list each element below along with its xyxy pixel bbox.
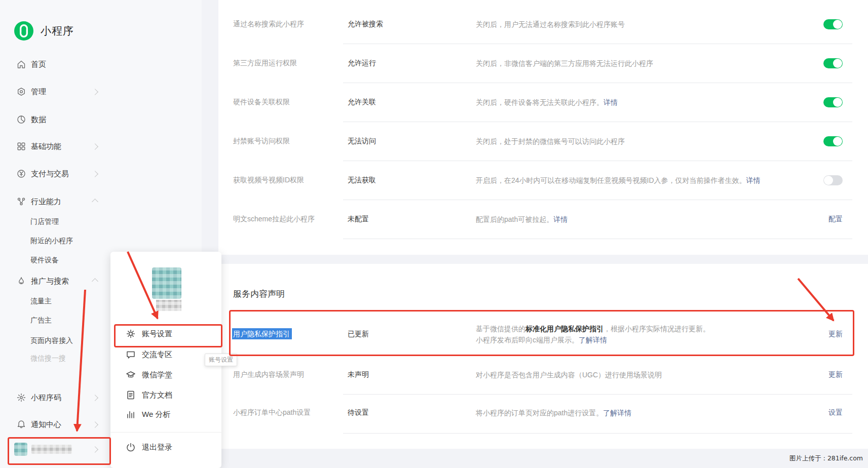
sidebar-item-data[interactable]: 数据	[0, 109, 202, 130]
row-divider	[343, 355, 852, 355]
flame-icon	[17, 277, 26, 286]
toggle-switch[interactable]	[823, 175, 843, 185]
menu-item-label: We 分析	[142, 410, 170, 419]
declaration-status: 未声明	[348, 370, 476, 379]
declaration-description: 基于微信提供的标准化用户隐私保护指引，根据小程序实际情况进行更新。 小程序发布后…	[476, 323, 868, 345]
sidebar-item-label: 推广与搜索	[31, 277, 69, 286]
configure-link[interactable]: 配置	[828, 215, 843, 224]
setting-row-video-id: 获取视频号视频ID权限 无法获取 开启后，在24小时内可以在移动端复制任意视频号…	[218, 161, 868, 200]
declaration-status: 已更新	[348, 330, 476, 339]
account-avatar	[14, 443, 27, 456]
menu-item-account-settings[interactable]: 账号设置	[110, 324, 221, 344]
learn-more-link[interactable]: 了解详情	[603, 409, 631, 417]
sidebar-item-label: 广告主	[30, 316, 52, 325]
nodes-icon	[17, 197, 26, 206]
setting-value: 未配置	[348, 215, 476, 224]
setting-description: 关闭后，硬件设备将无法关联此小程序。详情	[476, 97, 868, 108]
popup-name-blurred	[156, 300, 181, 311]
row-divider	[343, 239, 852, 239]
miniprogram-code-icon	[17, 393, 26, 402]
declaration-row-privacy: 用户隐私保护指引 已更新 基于微信提供的标准化用户隐私保护指引，根据小程序实际情…	[218, 317, 868, 352]
menu-item-logout[interactable]: 退出登录	[110, 437, 221, 457]
menu-item-wechat-school[interactable]: 微信学堂	[110, 365, 221, 385]
setting-value: 无法获取	[348, 176, 476, 185]
sidebar-item-store-manage[interactable]: 门店管理	[0, 212, 202, 232]
yen-circle-icon	[17, 169, 26, 178]
details-link[interactable]: 详情	[553, 215, 568, 223]
sidebar-item-label: 页面内容接入	[30, 336, 73, 345]
row-divider	[343, 394, 852, 395]
sidebar-item-label: 首页	[31, 60, 46, 69]
sidebar-item-label: 管理	[31, 87, 46, 97]
bold-text: 标准化用户隐私保护指引	[525, 325, 603, 333]
learn-more-link[interactable]: 了解详情	[579, 336, 607, 344]
declaration-status: 待设置	[348, 408, 476, 417]
setting-label: 硬件设备关联权限	[218, 98, 348, 107]
setting-label: 通过名称搜索此小程序	[218, 20, 348, 29]
sidebar-item-label: 支付与交易	[31, 169, 69, 179]
chevron-right-icon	[92, 395, 98, 401]
sidebar-item-industry[interactable]: 行业能力	[0, 191, 202, 212]
sidebar-item-nearby[interactable]: 附近的小程序	[0, 231, 202, 251]
menu-item-label: 微信学堂	[142, 370, 172, 380]
setting-label: 明文scheme拉起此小程序	[218, 215, 348, 224]
setting-value: 允许被搜索	[348, 20, 476, 29]
setting-value: 无法访问	[348, 137, 476, 146]
permissions-panel: 通过名称搜索此小程序 允许被搜索 关闭后，用户无法通过名称搜索到此小程序账号 第…	[218, 0, 868, 255]
home-icon	[17, 60, 26, 69]
setting-label: 第三方应用运行权限	[218, 59, 348, 68]
toggle-switch[interactable]	[823, 58, 843, 68]
sidebar-item-label: 流量主	[30, 297, 52, 306]
miniprogram-logo-icon	[14, 21, 33, 41]
update-link[interactable]: 更新	[828, 330, 843, 339]
details-link[interactable]: 详情	[603, 98, 618, 106]
update-link[interactable]: 更新	[828, 370, 843, 379]
sidebar-item-label: 微信搜一搜	[30, 354, 66, 363]
setting-description: 开启后，在24小时内可以在移动端复制任意视频号视频ID入参，仅对当前操作者生效。…	[476, 175, 868, 186]
pie-chart-icon	[17, 115, 26, 124]
setting-row-banned-access: 封禁账号访问权限 无法访问 关闭后，处于封禁的微信账号可以访问此小程序	[218, 122, 868, 161]
sidebar-item-payment[interactable]: 支付与交易	[0, 164, 202, 184]
menu-item-we-analysis[interactable]: We 分析	[110, 404, 221, 424]
declaration-label: 用户隐私保护指引	[218, 330, 348, 339]
menu-item-label: 官方文档	[142, 391, 172, 400]
chevron-right-icon	[92, 89, 98, 95]
sidebar-item-label: 数据	[31, 115, 46, 125]
sidebar-item-label: 通知中心	[31, 420, 61, 430]
menu-item-official-docs[interactable]: 官方文档	[110, 385, 221, 405]
sidebar-item-features[interactable]: 基础功能	[0, 136, 202, 157]
declaration-description: 对小程序是否包含用户生成内容（UGC）进行使用场景说明	[476, 369, 868, 380]
setting-row-thirdparty-run: 第三方应用运行权限 允许运行 关闭后，非微信客户端的第三方应用将无法运行此小程序	[218, 44, 868, 83]
declaration-description: 将小程序的订单页对应的path进行设置。了解详情	[476, 407, 868, 418]
toggle-switch[interactable]	[823, 136, 843, 146]
watermark-text: 图片上传于：281ife.com	[789, 454, 863, 463]
setting-description: 关闭后，用户无法通过名称搜索到此小程序账号	[476, 19, 868, 30]
manage-icon	[17, 87, 26, 96]
chevron-right-icon	[92, 171, 98, 177]
menu-item-label: 账号设置	[142, 329, 172, 339]
toggle-switch[interactable]	[823, 19, 843, 29]
details-link[interactable]: 详情	[746, 176, 761, 184]
setup-link[interactable]: 设置	[828, 408, 843, 417]
power-icon	[126, 442, 136, 452]
chevron-right-icon	[92, 446, 98, 453]
account-name-blurred	[31, 445, 72, 454]
app-logo: 小程序	[14, 21, 74, 41]
menu-divider	[110, 432, 221, 433]
graduation-cap-icon	[126, 370, 136, 380]
setting-description: 关闭后，非微信客户端的第三方应用将无法运行此小程序	[476, 58, 868, 69]
setting-row-scheme: 明文scheme拉起此小程序 未配置 配置后的path可被拉起。详情 配置	[218, 200, 868, 239]
sidebar-item-label: 行业能力	[31, 197, 61, 207]
chevron-up-icon	[92, 199, 98, 205]
declaration-row-ugc: 用户生成内容场景声明 未声明 对小程序是否包含用户生成内容（UGC）进行使用场景…	[218, 357, 868, 393]
toggle-switch[interactable]	[823, 97, 843, 107]
gear-icon	[126, 329, 136, 339]
sidebar-item-label: 小程序码	[31, 393, 61, 403]
menu-item-label: 交流专区	[142, 350, 172, 360]
bell-icon	[17, 420, 26, 429]
setting-row-search-by-name: 通过名称搜索此小程序 允许被搜索 关闭后，用户无法通过名称搜索到此小程序账号	[218, 5, 868, 44]
setting-label: 封禁账号访问权限	[218, 137, 348, 146]
sidebar-item-home[interactable]: 首页	[0, 54, 202, 74]
sidebar-item-manage[interactable]: 管理	[0, 82, 202, 102]
sidebar-item-label: 硬件设备	[30, 256, 59, 265]
